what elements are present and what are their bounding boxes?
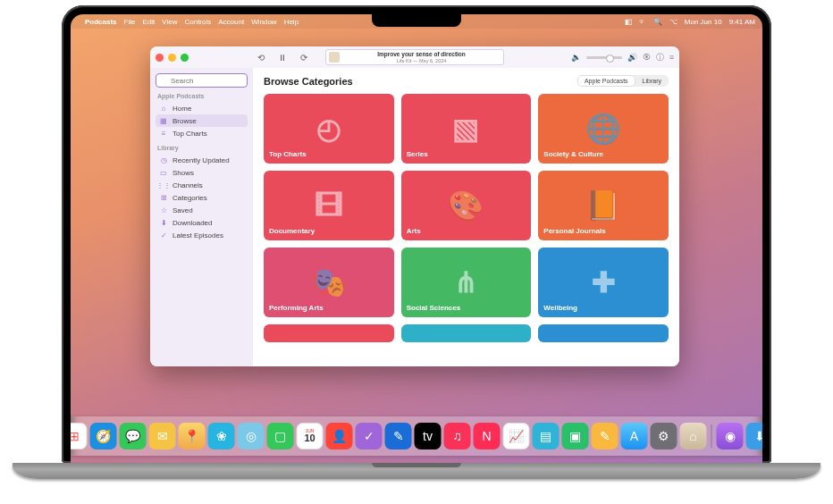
dock-pages[interactable]: ✎ (592, 423, 618, 449)
sidebar-item-recent[interactable]: ◷Recently Updated (156, 154, 248, 166)
category-card-top-charts[interactable]: ◴Top Charts (264, 94, 394, 164)
dock-photos[interactable]: ❀ (208, 423, 235, 449)
dock-launchpad[interactable]: ⊞ (71, 423, 88, 449)
dock-maps[interactable]: 📍 (179, 423, 206, 449)
category-card-documentary[interactable]: 🎞Documentary (264, 171, 394, 240)
dock-findmy[interactable]: ◎ (238, 423, 265, 449)
menu-controls[interactable]: Controls (184, 18, 211, 26)
spotlight-icon[interactable]: 🔍 (653, 18, 662, 26)
battery-icon[interactable]: ▮▯ (625, 18, 632, 26)
now-playing[interactable]: Improve your sense of direction Life Kit… (325, 49, 504, 65)
sidebar-item-saved[interactable]: ☆Saved (156, 204, 248, 216)
play-pause-button[interactable]: ⏸ (276, 51, 289, 63)
volume-max-icon: 🔊 (627, 53, 637, 62)
category-card-arts[interactable]: 🎨Arts (401, 171, 532, 240)
category-card-social-sciences[interactable]: ⋔Social Sciences (401, 248, 532, 317)
dock-reminders[interactable]: ✓ (356, 423, 383, 449)
menubar-time[interactable]: 9:41 AM (729, 18, 755, 26)
sidebar-item-topcharts[interactable]: ≡Top Charts (156, 127, 248, 139)
shows-icon: ▭ (159, 168, 168, 177)
sidebar-item-label: Downloaded (172, 219, 212, 227)
scope-pills: Apple Podcasts Library (577, 75, 669, 87)
menu-file[interactable]: File (124, 18, 136, 26)
close-button[interactable] (156, 54, 164, 62)
dock-mail[interactable]: ✉ (149, 423, 176, 449)
podcasts-window: ⟲ ⏸ ⟳ Improve your sense of direction Li… (150, 46, 679, 366)
dock-podcasts[interactable]: ◉ (717, 423, 744, 449)
category-card-wellbeing[interactable]: ✚Wellbeing (538, 248, 669, 317)
category-card-series[interactable]: ▧Series (401, 94, 532, 164)
volume-slider[interactable] (586, 56, 622, 59)
category-card-peek[interactable] (401, 324, 532, 342)
forward-button[interactable]: ⟳ (298, 51, 310, 63)
menu-edit[interactable]: Edit (142, 18, 155, 26)
plus-icon: ✚ (538, 248, 669, 317)
dock-stocks[interactable]: 📈 (503, 423, 530, 449)
dock-news[interactable]: N (474, 423, 501, 449)
sidebar-item-latest[interactable]: ✓Latest Episodes (156, 229, 248, 241)
sidebar-item-label: Shows (172, 169, 194, 177)
check-icon: ✓ (159, 231, 168, 239)
masks-icon: 🎭 (264, 248, 394, 317)
sidebar-item-shows[interactable]: ▭Shows (156, 166, 248, 179)
menu-account[interactable]: Account (218, 18, 244, 26)
sidebar-item-label: Channels (172, 181, 203, 189)
channels-icon: ⋮⋮ (159, 181, 168, 189)
pill-library[interactable]: Library (635, 75, 669, 87)
sidebar-item-categories[interactable]: ⊞Categories (156, 191, 248, 204)
dock-notes[interactable]: ✎ (385, 423, 412, 449)
dock-messages[interactable]: 💬 (120, 423, 147, 449)
app-menu[interactable]: Podcasts (85, 18, 117, 26)
info-button[interactable]: ⓘ (656, 52, 664, 63)
sidebar-item-home[interactable]: ⌂Home (156, 102, 248, 114)
book-icon: 📙 (538, 171, 669, 240)
sidebar-item-label: Home (172, 105, 191, 113)
clock-icon: ◷ (159, 155, 168, 164)
category-card-society[interactable]: 🌐Society & Culture (538, 94, 669, 164)
laptop-frame: Podcasts File Edit View Controls Account… (62, 5, 771, 463)
dock-home[interactable]: ⌂ (680, 423, 707, 449)
dock-downloads[interactable]: ⬇ (746, 423, 763, 449)
sidebar-item-channels[interactable]: ⋮⋮Channels (156, 179, 248, 191)
dock-music[interactable]: ♫ (444, 423, 471, 449)
control-center-icon[interactable]: ⌥ (669, 18, 677, 26)
grid-icon: ▦ (159, 116, 168, 125)
dock-safari[interactable]: 🧭 (90, 423, 117, 449)
rewind-button[interactable]: ⟲ (255, 51, 267, 63)
page-title: Browse Categories (264, 76, 353, 87)
dock-numbers[interactable]: ▤ (533, 423, 560, 449)
pill-apple-podcasts[interactable]: Apple Podcasts (577, 75, 635, 87)
dock-keynote[interactable]: ▣ (562, 423, 589, 449)
sidebar-item-downloaded[interactable]: ⬇Downloaded (156, 216, 248, 229)
category-grid: ◴Top Charts ▧Series 🌐Society & Culture 🎞… (253, 90, 679, 366)
category-card-peek[interactable] (538, 324, 669, 342)
menu-view[interactable]: View (162, 18, 177, 26)
menu-window[interactable]: Window (251, 18, 276, 26)
airplay-button[interactable]: ⦿ (643, 53, 651, 62)
dock: ☺ ⊞ 🧭 💬 ✉ 📍 ❀ ◎ ▢ JUN10 👤 ✓ ✎ tv ♫ N 📈 ▤… (71, 416, 762, 456)
queue-button[interactable]: ≡ (669, 53, 674, 62)
dock-calendar[interactable]: JUN10 (297, 423, 324, 449)
volume-icon[interactable]: 🔈 (571, 53, 581, 62)
category-card-peek[interactable] (264, 324, 394, 342)
minimize-button[interactable] (168, 54, 176, 62)
dock-contacts[interactable]: 👤 (326, 423, 353, 449)
zoom-button[interactable] (181, 54, 189, 62)
wifi-icon[interactable]: ᯤ (639, 18, 646, 26)
search-input[interactable] (156, 73, 248, 88)
now-playing-title: Improve your sense of direction (342, 51, 501, 58)
sidebar-section-library: Library (157, 145, 246, 151)
dock-appstore[interactable]: A (621, 423, 648, 449)
menubar-date[interactable]: Mon Jun 10 (685, 18, 722, 26)
menu-help[interactable]: Help (284, 18, 299, 26)
category-card-performing[interactable]: 🎭Performing Arts (264, 248, 394, 317)
sidebar-item-label: Recently Updated (172, 156, 230, 164)
category-card-journals[interactable]: 📙Personal Journals (538, 171, 669, 240)
dock-settings[interactable]: ⚙ (651, 423, 677, 449)
sidebar-item-label: Latest Episodes (172, 231, 223, 239)
dock-tv[interactable]: tv (415, 423, 442, 449)
dock-facetime[interactable]: ▢ (267, 423, 294, 449)
titlebar: ⟲ ⏸ ⟳ Improve your sense of direction Li… (150, 46, 679, 68)
sidebar-item-browse[interactable]: ▦Browse (156, 114, 248, 127)
film-icon: 🎞 (264, 171, 394, 240)
